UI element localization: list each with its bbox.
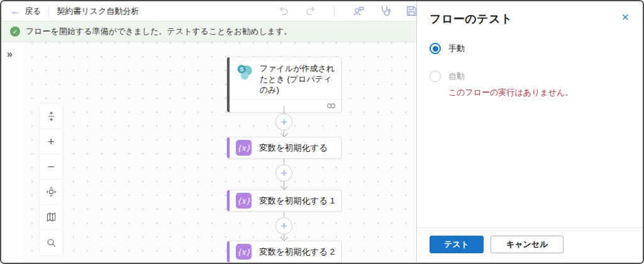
trigger-node-file-created[interactable]: S ファイルが作成されたとき (プロパティのみ) — [226, 57, 342, 113]
stethoscope-icon[interactable] — [375, 3, 395, 20]
back-button[interactable]: ← 戻る — [10, 6, 41, 17]
variable-icon: {x} — [236, 244, 252, 260]
connector: + — [275, 212, 292, 241]
top-toolbar: ← 戻る 契約書リスク自動分析 — [1, 1, 416, 21]
sharepoint-icon: S — [236, 63, 253, 81]
radio-disabled-icon[interactable] — [430, 71, 441, 82]
action-node-initialize-variable[interactable]: {x} 変数を初期化する — [226, 137, 342, 159]
action-node-title: 変数を初期化する 1 — [259, 195, 335, 207]
close-icon[interactable]: × — [620, 11, 630, 23]
canvas-left-gutter — [1, 42, 23, 263]
connector: + — [275, 106, 292, 137]
cancel-button[interactable]: キャンセル — [491, 236, 564, 253]
trigger-node-title: ファイルが作成されたとき (プロパティのみ) — [260, 63, 336, 95]
radio-selected-icon[interactable] — [430, 43, 441, 54]
back-arrow-icon: ← — [10, 6, 20, 16]
connection-link-icon[interactable] — [326, 100, 336, 112]
action-node-initialize-variable-1[interactable]: {x} 変数を初期化する 1 — [226, 190, 342, 212]
panel-header: フローのテスト × — [430, 11, 630, 26]
canvas-controls: + − — [39, 103, 63, 256]
main-column: ← 戻る 契約書リスク自動分析 — [1, 1, 416, 263]
test-flow-panel: フローのテスト × 手動 自動 このフローの実行はありません。 テスト キャンセ… — [416, 1, 643, 263]
connector: + — [275, 159, 292, 190]
insert-step-button[interactable]: + — [275, 113, 292, 130]
expand-panel-icon[interactable]: » — [7, 49, 13, 59]
search-icon[interactable] — [40, 230, 62, 255]
plus-icon: + — [47, 135, 54, 147]
check-circle-icon: ✓ — [10, 26, 20, 37]
back-button-label: 戻る — [25, 6, 41, 17]
sharepoint-letter: S — [240, 66, 243, 72]
trigger-accent-strip — [227, 57, 230, 112]
action-accent-strip — [227, 137, 230, 158]
zoom-out-button[interactable]: − — [40, 154, 62, 180]
insert-step-button[interactable]: + — [275, 217, 292, 234]
variable-icon: {x} — [236, 193, 252, 209]
manual-option-label: 手動 — [448, 43, 465, 54]
panel-title: フローのテスト — [430, 11, 513, 26]
toolbar-actions — [274, 3, 413, 20]
auto-option-error-note: このフローの実行はありません。 — [448, 87, 630, 98]
action-accent-strip — [227, 241, 230, 262]
minus-icon: − — [47, 161, 54, 173]
minimap-button[interactable] — [40, 205, 62, 230]
success-banner: ✓ フローを開始する準備ができました。テストすることをお勧めします。 — [1, 21, 416, 42]
app-window: ← 戻る 契約書リスク自動分析 — [0, 0, 644, 264]
banner-message: フローを開始する準備ができました。テストすることをお勧めします。 — [26, 26, 292, 37]
arrow-down-icon — [280, 130, 287, 137]
manual-test-option[interactable]: 手動 — [430, 43, 630, 54]
toolbar-divider — [48, 6, 49, 16]
zoom-in-button[interactable]: + — [40, 129, 62, 154]
action-node-title: 変数を初期化する 2 — [259, 246, 335, 258]
insert-step-button[interactable]: + — [275, 164, 292, 181]
fit-view-button[interactable] — [40, 104, 62, 129]
arrow-down-icon — [280, 183, 287, 190]
pan-mode-button[interactable] — [40, 180, 62, 205]
arrow-down-icon — [280, 234, 287, 241]
action-node-title: 変数を初期化する — [259, 142, 328, 154]
test-button[interactable]: テスト — [430, 236, 484, 253]
flow-title: 契約書リスク自動分析 — [57, 6, 139, 17]
panel-footer: テスト キャンセル — [417, 227, 643, 263]
person-chat-icon[interactable] — [348, 3, 369, 20]
save-icon[interactable] — [401, 3, 416, 20]
toolbar-divider — [334, 6, 335, 16]
action-accent-strip — [227, 190, 230, 211]
redo-icon[interactable] — [300, 3, 320, 20]
variable-icon: {x} — [236, 140, 252, 156]
action-node-initialize-variable-2[interactable]: {x} 変数を初期化する 2 — [226, 241, 342, 263]
auto-test-option[interactable]: 自動 — [430, 71, 630, 82]
flow-canvas[interactable]: » + − — [1, 42, 416, 263]
undo-icon[interactable] — [274, 3, 294, 20]
auto-option-label: 自動 — [448, 71, 465, 82]
